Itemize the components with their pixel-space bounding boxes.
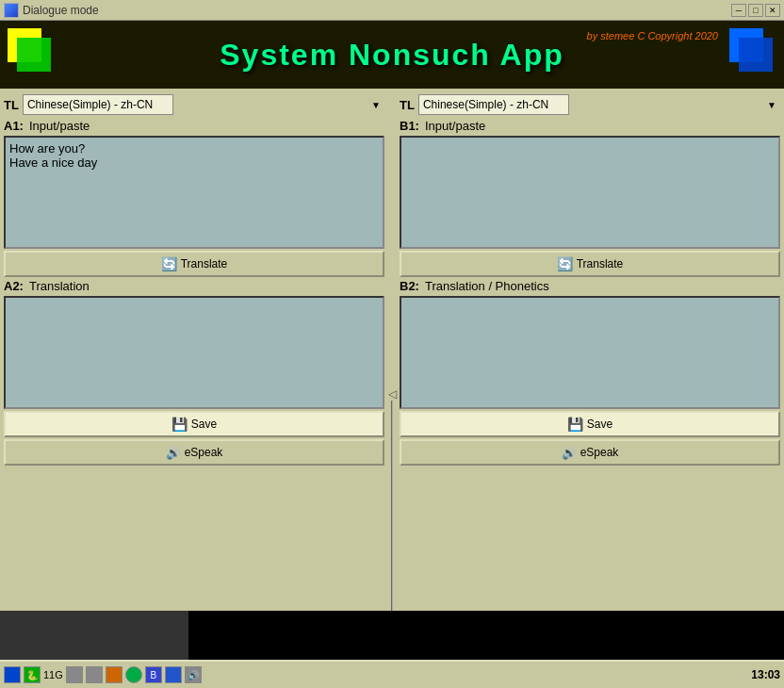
- taskbar-icon-start[interactable]: [4, 666, 21, 683]
- left-tl-row: TL Chinese(Simple) - zh-CN: [4, 94, 384, 115]
- taskbar-notif: 11G: [43, 669, 63, 680]
- left-save-button[interactable]: 💾 Save: [4, 411, 384, 437]
- left-column: TL Chinese(Simple) - zh-CN A1: Input/pas…: [4, 90, 384, 688]
- right-save-label: Save: [587, 418, 612, 431]
- content-area: TL Chinese(Simple) - zh-CN A1: Input/pas…: [0, 89, 784, 688]
- app-title: System Nonsuch App: [55, 38, 729, 73]
- taskbar-icon-python[interactable]: 🐍: [24, 666, 41, 683]
- terminal-area-right: [188, 611, 784, 660]
- b2-desc: Translation / Phonetics: [425, 279, 549, 293]
- a1-input[interactable]: How are you? Have a nice day: [4, 136, 384, 249]
- header-banner: System Nonsuch App by stemee C Copyright…: [0, 21, 784, 89]
- copyright-text: by stemee C Copyright 2020: [587, 30, 718, 41]
- taskbar-icon-app2[interactable]: [86, 666, 103, 683]
- maximize-button[interactable]: □: [748, 4, 763, 17]
- title-bar-controls: ─ □ ✕: [731, 4, 780, 17]
- right-speak-label: eSpeak: [580, 446, 619, 459]
- save-icon-right: 💾: [567, 417, 583, 432]
- b1-input[interactable]: [400, 136, 780, 249]
- translate-icon-left: 🔄: [161, 256, 177, 271]
- right-tl-select[interactable]: Chinese(Simple) - zh-CN: [418, 94, 569, 115]
- b2-output[interactable]: [400, 296, 780, 409]
- terminal-area-left: [0, 611, 188, 660]
- a2-output[interactable]: [4, 296, 384, 409]
- left-save-label: Save: [191, 418, 217, 431]
- taskbar-icon-network[interactable]: [125, 666, 142, 683]
- taskbar-left: 🐍 11G B 🔊: [4, 666, 202, 683]
- a1-header: A1: Input/paste: [4, 119, 384, 133]
- speak-icon-left: 🔊: [166, 446, 181, 460]
- b2-code: B2:: [400, 279, 419, 293]
- left-tl-select[interactable]: Chinese(Simple) - zh-CN: [23, 94, 173, 115]
- right-tl-label: TL: [400, 98, 415, 112]
- taskbar-icon-sound[interactable]: 🔊: [185, 666, 202, 683]
- header-right-icon: [729, 28, 776, 81]
- right-translate-button[interactable]: 🔄 Translate: [400, 251, 780, 277]
- taskbar-icon-bluetooth[interactable]: B: [145, 666, 162, 683]
- close-button[interactable]: ✕: [765, 4, 780, 17]
- left-espeak-button[interactable]: 🔊 eSpeak: [4, 439, 384, 466]
- speak-icon-right: 🔊: [562, 446, 577, 460]
- taskbar: 🐍 11G B 🔊 13:03: [0, 660, 784, 688]
- b1-code: B1:: [400, 119, 419, 133]
- right-column: TL Chinese(Simple) - zh-CN B1: Input/pas…: [400, 90, 780, 688]
- left-tl-select-wrapper: Chinese(Simple) - zh-CN: [23, 94, 384, 115]
- left-speak-label: eSpeak: [185, 446, 223, 459]
- minimize-button[interactable]: ─: [731, 4, 746, 17]
- right-save-button[interactable]: 💾 Save: [400, 411, 780, 437]
- right-espeak-button[interactable]: 🔊 eSpeak: [400, 439, 780, 466]
- b1-header: B1: Input/paste: [400, 119, 780, 133]
- a1-desc: Input/paste: [29, 119, 90, 133]
- right-tl-select-wrapper: Chinese(Simple) - zh-CN: [418, 94, 780, 115]
- a1-code: A1:: [4, 119, 24, 133]
- left-translate-label: Translate: [181, 257, 228, 270]
- b1-desc: Input/paste: [425, 119, 485, 133]
- header-left-icon: [8, 28, 55, 81]
- save-icon-left: 💾: [172, 417, 188, 432]
- title-bar-left: Dialogue mode: [4, 3, 99, 18]
- a2-desc: Translation: [29, 279, 90, 293]
- taskbar-icon-wifi[interactable]: [165, 666, 182, 683]
- window-title: Dialogue mode: [23, 4, 99, 17]
- left-translate-button[interactable]: 🔄 Translate: [4, 251, 384, 277]
- a2-code: A2:: [4, 279, 24, 293]
- right-translate-label: Translate: [577, 257, 624, 270]
- right-tl-row: TL Chinese(Simple) - zh-CN: [400, 94, 780, 115]
- a2-header: A2: Translation: [4, 279, 384, 293]
- app-window: Dialogue mode ─ □ ✕ System Nonsuch App b…: [0, 0, 784, 688]
- left-tl-label: TL: [4, 98, 19, 112]
- taskbar-icon-files[interactable]: [66, 666, 83, 683]
- columns: TL Chinese(Simple) - zh-CN A1: Input/pas…: [4, 90, 780, 688]
- green-icon: [17, 38, 51, 72]
- taskbar-icon-app3[interactable]: [106, 666, 122, 683]
- app-icon: [4, 3, 19, 18]
- translate-icon-right: 🔄: [557, 256, 573, 271]
- b2-header: B2: Translation / Phonetics: [400, 279, 780, 293]
- blue-icon2: [739, 38, 773, 72]
- column-divider: ◁: [388, 90, 396, 688]
- divider-arrow-icon: ◁: [388, 387, 397, 401]
- title-bar: Dialogue mode ─ □ ✕: [0, 0, 784, 21]
- taskbar-time: 13:03: [751, 668, 780, 681]
